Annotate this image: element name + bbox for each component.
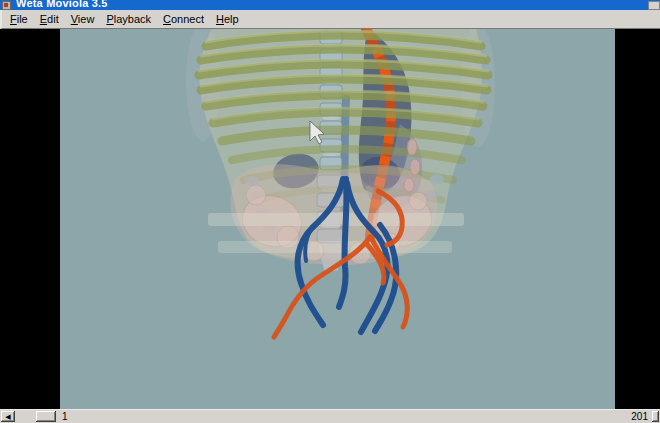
menu-view[interactable]: View [65, 10, 101, 28]
menu-playback[interactable]: Playback [100, 10, 157, 28]
anatomy-render [60, 29, 615, 409]
current-frame-label: 1 [62, 411, 68, 422]
video-viewport[interactable] [60, 29, 615, 409]
scroll-left-button[interactable]: ◀ [1, 411, 15, 422]
title-bar: Weta Moviola 3.5 [0, 0, 660, 10]
app-window: Weta Moviola 3.5 File Edit View Playback… [0, 0, 660, 423]
window-control-button[interactable] [648, 1, 660, 10]
frame-scrubber: ◀ 1 201 [0, 409, 660, 423]
window-title: Weta Moviola 3.5 [16, 0, 108, 10]
app-icon [2, 1, 11, 10]
left-arrow-icon: ◀ [5, 413, 10, 420]
menu-edit[interactable]: Edit [34, 10, 65, 28]
menu-help[interactable]: Help [210, 10, 245, 28]
total-frames-label: 201 [631, 411, 648, 422]
menu-connect[interactable]: Connect [157, 10, 210, 28]
menu-file[interactable]: File [4, 10, 34, 28]
scroll-right-button[interactable] [652, 411, 659, 422]
scrubber-thumb[interactable] [36, 411, 56, 422]
menu-bar: File Edit View Playback Connect Help [0, 10, 660, 29]
letterbox-area [0, 29, 660, 409]
